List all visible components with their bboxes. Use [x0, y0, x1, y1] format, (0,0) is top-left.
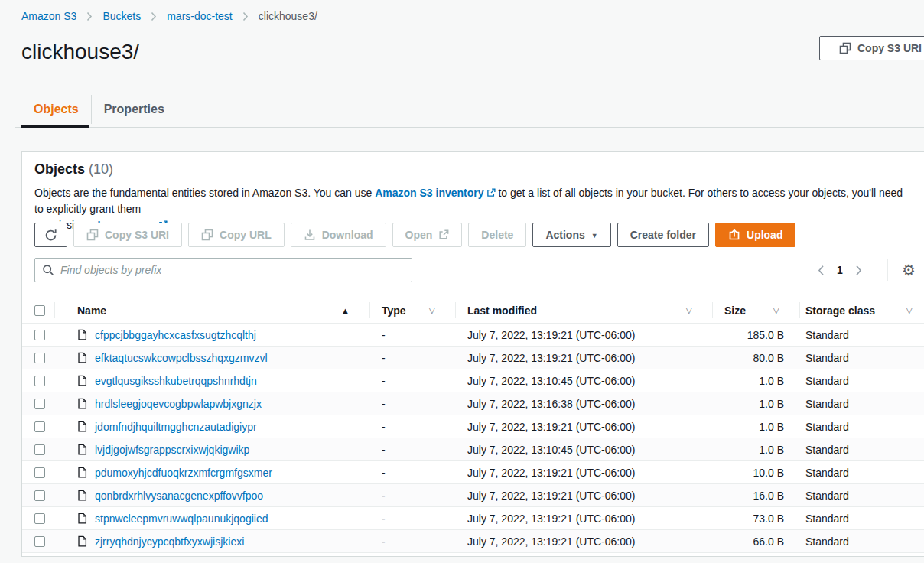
preferences-button[interactable]: ⚙: [897, 259, 920, 282]
tab-properties[interactable]: Properties: [92, 92, 177, 127]
table-row: jdomfndjhquiltmgghcnzautadigiypr - July …: [22, 415, 924, 438]
download-label: Download: [322, 229, 373, 241]
copy-icon: [86, 229, 99, 241]
last-modified-column-label: Last modified: [467, 304, 537, 317]
column-header-type[interactable]: Type ▽: [369, 298, 455, 323]
objects-panel: Objects(10) Objects are the fundamental …: [21, 151, 924, 557]
table-row: efktaqtucswkcowpclbsszhqxgzmvzvl - July …: [22, 347, 924, 369]
row-checkbox[interactable]: [34, 399, 45, 409]
row-checkbox[interactable]: [34, 513, 45, 524]
copy-url-button[interactable]: Copy URL: [188, 223, 285, 247]
object-type: -: [369, 484, 455, 506]
object-name-link[interactable]: cfppcjbbggayhcxcasfxsugtzhcqlthj: [95, 329, 256, 341]
object-name-link[interactable]: stpnwcleepmvruwwqlpaunukjqogiied: [95, 513, 268, 525]
object-size: 80.0 B: [712, 347, 799, 369]
copy-icon: [839, 42, 851, 54]
object-type: -: [369, 369, 455, 392]
search-input[interactable]: [60, 264, 405, 276]
object-name-link[interactable]: evgtlqusgiksshkubetrqqpshnrhdtjn: [95, 375, 257, 387]
file-icon: [77, 535, 87, 547]
object-storage-class: Standard: [799, 415, 924, 438]
object-storage-class: Standard: [799, 347, 924, 369]
actions-dropdown-button[interactable]: Actions ▼: [532, 223, 610, 247]
object-last-modified: July 7, 2022, 13:19:21 (UTC-06:00): [455, 530, 712, 552]
object-name-link[interactable]: lvjdjgojwfsgrappscrxixwjqkigwikp: [95, 444, 249, 456]
sort-toggle-icon[interactable]: ▽: [429, 305, 435, 315]
upload-button[interactable]: Upload: [715, 223, 795, 247]
table-row: lvjdjgojwfsgrappscrxixwjqkigwikp - July …: [22, 438, 924, 461]
tab-bar: Objects Properties: [21, 92, 177, 127]
table-row: evgtlqusgiksshkubetrqqpshnrhdtjn - July …: [22, 369, 924, 392]
create-folder-button[interactable]: Create folder: [617, 223, 709, 247]
sort-toggle-icon[interactable]: ▽: [686, 305, 692, 315]
object-storage-class: Standard: [799, 507, 924, 529]
row-checkbox[interactable]: [34, 421, 45, 432]
object-name-link[interactable]: qonbrdxrhlvysanacgenexpffovvfpoo: [95, 490, 263, 502]
pagination: 1: [816, 258, 864, 282]
row-checkbox[interactable]: [34, 536, 45, 547]
breadcrumb: Amazon S3 Buckets mars-doc-test clickhou…: [21, 10, 317, 22]
column-header-last-modified[interactable]: Last modified ▽: [455, 298, 712, 323]
upload-icon: [728, 229, 740, 241]
storage-class-column-label: Storage class: [805, 304, 875, 317]
object-last-modified: July 7, 2022, 13:19:21 (UTC-06:00): [455, 484, 712, 506]
gear-icon: ⚙: [902, 262, 916, 278]
row-checkbox[interactable]: [34, 353, 45, 363]
previous-page-button[interactable]: [816, 263, 826, 278]
row-checkbox[interactable]: [34, 490, 45, 501]
file-icon: [77, 375, 87, 386]
object-storage-class: Standard: [799, 484, 924, 506]
select-all-checkbox[interactable]: [34, 305, 45, 316]
object-last-modified: July 7, 2022, 13:16:38 (UTC-06:00): [455, 392, 712, 415]
object-storage-class: Standard: [799, 324, 924, 346]
open-button[interactable]: Open: [392, 223, 463, 247]
page-title: clickhouse3/: [21, 40, 139, 64]
column-header-size[interactable]: Size ▽: [712, 298, 799, 323]
sort-toggle-icon[interactable]: ▽: [906, 305, 913, 315]
s3-console-page: { "breadcrumb": { "items": ["Amazon S3",…: [0, 0, 924, 563]
object-last-modified: July 7, 2022, 13:10:45 (UTC-06:00): [455, 369, 712, 392]
refresh-button[interactable]: [34, 223, 67, 247]
copy-url-label: Copy URL: [220, 229, 272, 241]
upload-label: Upload: [747, 229, 782, 241]
copy-s3-uri-header-button[interactable]: Copy S3 URI: [819, 36, 924, 60]
object-name-link[interactable]: zjrryqhdnjycypcqbtfxyxwjisjkiexi: [95, 535, 244, 548]
row-checkbox[interactable]: [34, 330, 45, 340]
current-page-number[interactable]: 1: [837, 264, 843, 276]
copy-s3-uri-button[interactable]: Copy S3 URI: [73, 223, 182, 247]
amazon-s3-inventory-link[interactable]: Amazon S3 inventory: [375, 187, 483, 199]
table-row: stpnwcleepmvruwwqlpaunukjqogiied - July …: [22, 507, 924, 530]
objects-panel-title: Objects(10): [34, 161, 113, 177]
pagination-divider: [887, 259, 888, 281]
object-type: -: [369, 347, 455, 369]
object-size: 1.0 B: [712, 415, 799, 438]
object-name-link[interactable]: jdomfndjhquiltmgghcnzautadigiypr: [95, 421, 257, 433]
object-name-link[interactable]: efktaqtucswkcowpclbsszhqxgzmvzvl: [95, 352, 268, 364]
external-link-icon: [438, 229, 449, 240]
column-header-name[interactable]: Name ▲: [54, 298, 369, 323]
column-header-storage-class[interactable]: Storage class ▽: [799, 298, 924, 323]
create-folder-label: Create folder: [630, 229, 696, 241]
object-name-link[interactable]: pdumoxyhjcdfuoqkrzxmfcrgmfgsxmer: [95, 467, 272, 479]
object-type: -: [369, 530, 455, 552]
next-page-button[interactable]: [854, 263, 864, 278]
download-icon: [304, 229, 316, 241]
row-checkbox[interactable]: [34, 467, 45, 478]
object-storage-class: Standard: [799, 369, 924, 392]
download-button[interactable]: Download: [291, 223, 386, 247]
delete-button[interactable]: Delete: [468, 223, 526, 247]
tab-objects[interactable]: Objects: [21, 92, 91, 127]
breadcrumb-buckets[interactable]: Buckets: [102, 10, 141, 22]
object-name-link[interactable]: hrdlsleegjoqevcogbpwlapwbjxgnzjx: [95, 398, 262, 410]
breadcrumb-amazon-s3[interactable]: Amazon S3: [21, 10, 76, 22]
row-checkbox[interactable]: [34, 376, 45, 386]
type-column-label: Type: [382, 304, 406, 317]
object-last-modified: July 7, 2022, 13:19:21 (UTC-06:00): [455, 507, 712, 529]
table-header-row: Name ▲ Type ▽ Last modified ▽ Size ▽ Sto…: [22, 298, 924, 324]
object-last-modified: July 7, 2022, 13:19:21 (UTC-06:00): [455, 324, 712, 346]
row-checkbox[interactable]: [34, 444, 45, 455]
object-size: 16.0 B: [712, 484, 799, 506]
breadcrumb-bucket-mars-doc-test[interactable]: mars-doc-test: [167, 10, 233, 22]
object-size: 1.0 B: [712, 392, 799, 415]
sort-toggle-icon[interactable]: ▽: [773, 305, 779, 315]
